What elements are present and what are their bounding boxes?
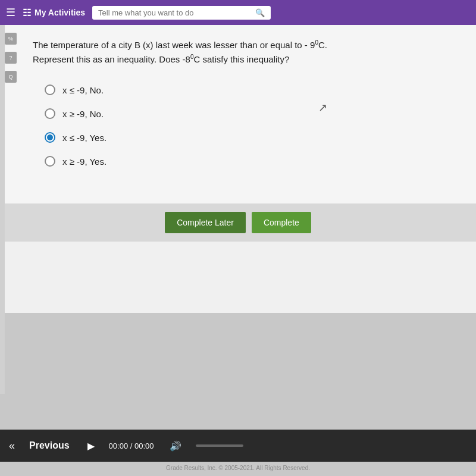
left-icons-panel: % ? Q xyxy=(5,33,17,83)
timer-display: 00:00 / 00:00 xyxy=(109,441,154,450)
list-item[interactable]: x ≥ -9, Yes. xyxy=(45,156,458,167)
copyright-text: Grade Results, Inc. © 2005-2021. All Rig… xyxy=(0,465,476,471)
footer-bar: « Previous ▶ 00:00 / 00:00 🔊 xyxy=(0,430,476,462)
radio-option-4[interactable] xyxy=(45,156,55,167)
complete-button[interactable]: Complete xyxy=(252,212,311,233)
chevron-left-icon[interactable]: « xyxy=(9,440,15,452)
list-item[interactable]: x ≥ -9, No. xyxy=(45,108,458,119)
menu-icon[interactable]: ☰ xyxy=(6,6,15,19)
search-bar[interactable]: 🔍 xyxy=(92,6,271,20)
activities-label: My Activities xyxy=(35,8,85,17)
bottom-space xyxy=(0,242,476,313)
question-line1: The temperature of a city B (x) last wee… xyxy=(33,40,327,50)
left-icon-3: Q xyxy=(5,71,17,83)
option-1-label: x ≤ -9, No. xyxy=(62,85,104,95)
option-3-label: x ≤ -9, Yes. xyxy=(62,133,107,143)
option-2-label: x ≥ -9, No. xyxy=(62,109,104,119)
list-item[interactable]: x ≤ -9, No. xyxy=(45,84,458,95)
grid-icon: ☷ xyxy=(23,7,31,18)
left-icon-1: % xyxy=(5,33,17,45)
left-icon-2: ? xyxy=(5,52,17,64)
progress-bar[interactable] xyxy=(196,444,243,447)
list-item[interactable]: x ≤ -9, Yes. xyxy=(45,132,458,143)
question-area: The temperature of a city B (x) last wee… xyxy=(0,25,476,203)
question-text: The temperature of a city B (x) last wee… xyxy=(33,38,458,67)
options-list: x ≤ -9, No. x ≥ -9, No. x ≤ -9, Yes. x ≥… xyxy=(45,84,458,167)
search-icon: 🔍 xyxy=(255,8,265,17)
play-icon[interactable]: ▶ xyxy=(87,440,95,452)
left-accent-bar xyxy=(0,25,5,394)
radio-option-2[interactable] xyxy=(45,108,55,119)
previous-button[interactable]: Previous xyxy=(29,440,70,451)
radio-option-3[interactable] xyxy=(45,132,55,143)
top-nav: ☰ ☷ My Activities 🔍 xyxy=(0,0,476,25)
action-bar: Complete Later Complete xyxy=(0,203,476,242)
volume-icon[interactable]: 🔊 xyxy=(170,440,181,452)
radio-option-1[interactable] xyxy=(45,84,55,95)
question-line2: Represent this as an inequality. Does -8… xyxy=(33,54,289,64)
my-activities-nav[interactable]: ☷ My Activities xyxy=(23,7,85,18)
option-4-label: x ≥ -9, Yes. xyxy=(62,156,107,167)
complete-later-button[interactable]: Complete Later xyxy=(165,212,246,233)
search-input[interactable] xyxy=(98,8,250,17)
